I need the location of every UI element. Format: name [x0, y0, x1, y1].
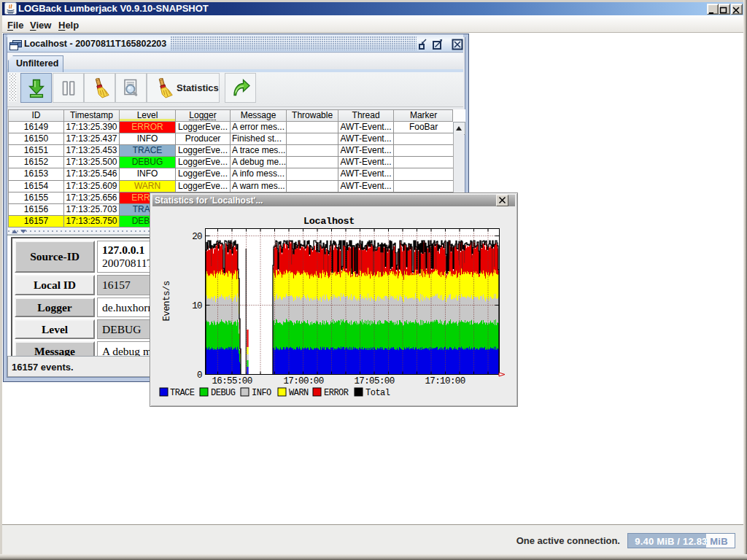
- svg-text:17:00:00: 17:00:00: [283, 376, 323, 386]
- svg-text:17:10:00: 17:10:00: [425, 376, 465, 386]
- svg-text:WARN: WARN: [289, 388, 309, 398]
- svg-text:TRACE: TRACE: [170, 388, 195, 398]
- svg-text:INFO: INFO: [252, 388, 271, 398]
- svg-text:16:55:00: 16:55:00: [212, 376, 252, 386]
- svg-text:0: 0: [197, 370, 202, 381]
- svg-text:Localhost: Localhost: [303, 216, 355, 227]
- svg-text:Events/s: Events/s: [162, 281, 172, 321]
- svg-text:17:05:00: 17:05:00: [354, 376, 394, 386]
- svg-text:ERROR: ERROR: [324, 388, 349, 398]
- svg-text:Total: Total: [365, 388, 390, 398]
- svg-text:DEBUG: DEBUG: [211, 388, 236, 398]
- svg-text:20: 20: [192, 232, 202, 242]
- svg-text:10: 10: [192, 301, 202, 311]
